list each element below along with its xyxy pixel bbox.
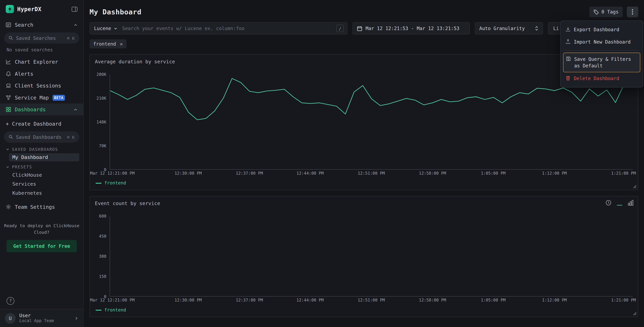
tags-button[interactable]: 0 Tags xyxy=(590,6,623,17)
dashboards-grid-icon xyxy=(6,107,11,112)
preset-item-kubernetes[interactable]: Kubernetes xyxy=(9,189,79,197)
chevron-down-icon xyxy=(114,26,117,30)
menu-item-label: Export Dashboard xyxy=(574,26,619,33)
resize-handle-icon[interactable] xyxy=(633,185,636,188)
service-map-icon xyxy=(6,95,11,100)
get-started-button[interactable]: Get Started for Free xyxy=(6,240,77,252)
download-icon xyxy=(566,27,570,32)
granularity-select[interactable]: Auto Granularity xyxy=(475,22,543,34)
y-tick-label: 300 xyxy=(99,254,106,258)
legend-label: frontend xyxy=(104,180,126,186)
chart-plot[interactable] xyxy=(110,74,633,170)
saved-searches-placeholder: Saved Searches xyxy=(16,35,56,41)
y-axis: 6004503001500 xyxy=(95,216,110,296)
x-tick-label: 12:58:00 PM xyxy=(419,298,446,302)
menu-item-export-dashboard[interactable]: Export Dashboard xyxy=(563,24,640,36)
group-header-label: SAVED DASHBOARDS xyxy=(12,147,58,152)
dashboard-overflow-button[interactable] xyxy=(627,6,638,17)
bell-icon xyxy=(6,71,11,76)
sidebar-item-search[interactable]: Search xyxy=(0,19,84,31)
sidebar-item-label: Team Settings xyxy=(15,204,55,210)
chevron-right-icon xyxy=(74,316,78,320)
user-menu[interactable]: U User Local App Team xyxy=(0,309,84,327)
chevron-down-icon xyxy=(6,148,10,151)
save-icon xyxy=(566,56,571,61)
menu-divider xyxy=(564,50,640,50)
chart-plot[interactable] xyxy=(110,216,633,296)
menu-item-import-dashboard[interactable]: Import New Dashboard xyxy=(563,36,640,48)
y-tick-label: 140K xyxy=(96,120,106,124)
chart-card-event-count: Event count by service 6004503001500 Mar… xyxy=(90,196,638,317)
dots-vertical-icon xyxy=(632,9,633,15)
preset-item-services[interactable]: Services xyxy=(9,180,79,188)
close-icon[interactable]: × xyxy=(120,41,123,46)
create-dashboard-button[interactable]: + Create Dashboard xyxy=(0,118,84,130)
x-tick-label: 1:05:00 PM xyxy=(481,298,506,302)
chart-legend: frontend xyxy=(96,180,633,186)
sidebar-item-service-map[interactable]: Service Map BETA xyxy=(0,92,84,104)
beta-badge: BETA xyxy=(52,95,65,100)
hyperdx-logo-icon xyxy=(6,5,14,13)
search-bar: Lucene / xyxy=(90,22,348,34)
upload-icon xyxy=(566,39,570,44)
x-tick-label: 1:21:00 PM xyxy=(611,171,636,176)
query-language-value: Lucene xyxy=(94,26,111,31)
sidebar-item-alerts[interactable]: Alerts xyxy=(0,68,84,80)
calendar-icon xyxy=(357,26,362,31)
x-tick-label: 12:51:00 PM xyxy=(358,298,385,302)
laptop-icon xyxy=(6,83,11,88)
chevron-down-icon xyxy=(6,165,10,169)
gear-icon xyxy=(6,204,11,210)
help-icon[interactable]: ? xyxy=(6,297,14,305)
chart-legend: frontend xyxy=(96,307,633,313)
sidebar-item-chart-explorer[interactable]: Chart Explorer xyxy=(0,56,84,68)
promo-line-1: Ready to deploy on ClickHouse xyxy=(4,222,79,229)
logo-row: HyperDX xyxy=(0,0,84,19)
slash-key-hint: / xyxy=(336,25,344,32)
magnifier-icon xyxy=(8,36,13,40)
line-chart-toggle-icon[interactable] xyxy=(616,200,622,206)
query-language-select[interactable]: Lucene xyxy=(90,23,121,34)
granularity-value: Auto Granularity xyxy=(479,26,525,31)
bar-chart-toggle-icon[interactable] xyxy=(628,200,634,206)
menu-item-label: Delete Dashboard xyxy=(574,75,619,82)
search-input[interactable] xyxy=(122,23,336,34)
menu-item-save-default[interactable]: Save Query & Filters as Default xyxy=(563,53,640,72)
create-dashboard-label: + Create Dashboard xyxy=(6,121,61,127)
sidebar-item-client-sessions[interactable]: Client Sessions xyxy=(0,80,84,92)
dashboard-actions-menu: Export Dashboard Import New Dashboard Sa… xyxy=(560,20,643,88)
time-range-value: Mar 12 12:21:53 - Mar 12 13:21:53 xyxy=(366,26,459,31)
x-axis: Mar 12 12:21:00 PM12:30:00 PM12:37:00 PM… xyxy=(110,298,633,304)
y-tick-label: 280K xyxy=(96,72,106,77)
saved-searches-input[interactable]: Saved Searches ⌘ K xyxy=(4,32,79,44)
legend-swatch xyxy=(96,182,101,184)
saved-dashboard-item-my-dashboard[interactable]: My Dashboard xyxy=(9,153,79,162)
shortcut-hint: ⌘ K xyxy=(67,134,75,140)
y-tick-label: 70K xyxy=(99,144,106,148)
magnifier-icon xyxy=(8,135,13,139)
resize-handle-icon[interactable] xyxy=(633,312,636,316)
filter-chip-frontend[interactable]: frontend × xyxy=(90,39,126,48)
legend-swatch xyxy=(96,310,101,310)
x-tick-label: 1:21:00 PM xyxy=(611,298,636,302)
legend-label: frontend xyxy=(104,307,126,313)
x-tick-label: 12:30:00 PM xyxy=(174,298,202,302)
sidebar-item-team-settings[interactable]: Team Settings xyxy=(0,201,84,213)
x-tick-label: 12:58:00 PM xyxy=(419,171,446,176)
preset-item-clickhouse[interactable]: ClickHouse xyxy=(9,171,79,179)
menu-item-delete-dashboard[interactable]: Delete Dashboard xyxy=(563,72,640,85)
sidebar-collapse-icon[interactable] xyxy=(72,6,78,12)
tag-icon xyxy=(594,9,599,15)
saved-dashboards-input[interactable]: Saved Dashboards ⌘ K xyxy=(4,132,79,142)
time-range-picker[interactable]: Mar 12 12:21:53 - Mar 12 13:21:53 xyxy=(352,22,470,34)
no-saved-searches-text: No saved searches xyxy=(0,45,84,56)
sidebar-item-label: Service Map xyxy=(15,94,49,100)
x-tick-label: 1:12:00 PM xyxy=(542,171,567,176)
chart-explorer-icon xyxy=(6,59,11,64)
main-content: My Dashboard 0 Tags Lucene / xyxy=(84,0,644,327)
group-header-saved-dashboards[interactable]: SAVED DASHBOARDS xyxy=(0,144,84,153)
group-header-presets[interactable]: PRESETS xyxy=(0,162,84,170)
filter-chip-label: frontend xyxy=(93,41,116,47)
time-display-toggle-icon[interactable] xyxy=(605,200,612,206)
sidebar-item-dashboards[interactable]: Dashboards xyxy=(0,104,84,116)
